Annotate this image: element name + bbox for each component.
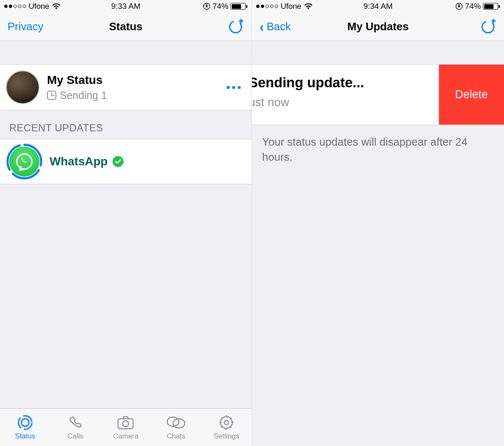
recent-updates-header: RECENT UPDATES <box>0 110 252 139</box>
tab-label: Camera <box>113 432 138 441</box>
my-status-row[interactable]: My Status Sending 1 <box>0 64 252 110</box>
wifi-icon <box>304 3 313 10</box>
battery-icon <box>231 3 247 10</box>
tab-label: Chats <box>167 432 185 441</box>
wifi-icon <box>52 3 61 10</box>
carrier-label: Ufone <box>281 2 301 11</box>
tab-label: Status <box>15 432 35 441</box>
back-label: Back <box>267 20 291 33</box>
my-status-text: My Status Sending 1 <box>47 73 223 102</box>
status-bar-right: 74% <box>203 2 247 11</box>
my-status-avatar <box>6 70 39 104</box>
status-tab-icon <box>17 414 34 431</box>
page-title: My Updates <box>347 20 409 33</box>
my-status-title: My Status <box>47 73 223 87</box>
rotation-lock-icon <box>455 3 463 10</box>
svg-point-4 <box>18 416 32 429</box>
whatsapp-label: WhatsApp <box>50 155 108 168</box>
update-row-content: Sending update... ust now <box>252 65 439 125</box>
nav-bar: Privacy Status <box>0 13 252 41</box>
svg-rect-1 <box>206 5 207 8</box>
spacer <box>0 41 252 64</box>
new-status-button[interactable] <box>480 18 496 35</box>
svg-point-11 <box>224 420 228 425</box>
calls-tab-icon <box>67 414 84 431</box>
whatsapp-name: WhatsApp <box>50 155 124 168</box>
verified-badge-icon <box>112 155 124 168</box>
update-row[interactable]: Sending update... ust now Delete <box>252 64 504 125</box>
spacer <box>252 41 504 64</box>
status-bar-left: Ufone <box>256 2 313 11</box>
delete-button[interactable]: Delete <box>439 65 504 125</box>
update-title: Sending update... <box>252 75 439 91</box>
ios-status-bar: Ufone 9:34 AM 74% <box>252 0 504 13</box>
status-bar-right: 74% <box>455 2 500 11</box>
whatsapp-logo-icon <box>9 146 39 177</box>
tab-calls[interactable]: Calls <box>50 409 101 446</box>
signal-dots-icon <box>4 5 26 8</box>
page-title: Status <box>109 20 142 33</box>
new-status-button[interactable] <box>227 18 244 35</box>
refresh-plus-icon <box>480 18 496 35</box>
clock-label: 9:34 AM <box>363 2 393 11</box>
rotation-lock-icon <box>203 3 210 10</box>
update-subtitle: ust now <box>252 96 439 109</box>
clock-label: 9:33 AM <box>111 2 141 11</box>
whatsapp-status-row[interactable]: WhatsApp <box>0 139 252 184</box>
svg-rect-6 <box>118 419 133 429</box>
content: Sending update... ust now Delete Your st… <box>252 41 504 446</box>
tab-chats[interactable]: Chats <box>151 409 201 446</box>
privacy-button[interactable]: Privacy <box>8 20 43 33</box>
tab-bar: Status Calls Camera Chats <box>0 408 252 446</box>
empty-area <box>0 184 252 408</box>
privacy-label: Privacy <box>8 20 43 33</box>
clock-icon <box>47 91 56 100</box>
content: My Status Sending 1 RECENT UPDATES <box>0 41 252 408</box>
settings-tab-icon <box>218 414 235 431</box>
refresh-plus-icon <box>227 18 244 35</box>
back-button[interactable]: ‹ Back <box>260 20 291 34</box>
tab-status[interactable]: Status <box>0 409 50 446</box>
battery-icon <box>483 3 500 10</box>
tab-label: Settings <box>213 432 239 441</box>
my-status-subtitle: Sending 1 <box>47 89 223 102</box>
status-ring <box>6 143 43 180</box>
sending-label: Sending 1 <box>60 89 107 102</box>
svg-point-5 <box>21 419 29 426</box>
carrier-label: Ufone <box>29 2 49 11</box>
camera-tab-icon <box>116 414 135 431</box>
tab-settings[interactable]: Settings <box>201 409 252 446</box>
signal-dots-icon <box>256 5 278 8</box>
delete-label: Delete <box>455 88 488 101</box>
tab-camera[interactable]: Camera <box>101 409 151 446</box>
disappear-note: Your status updates will disappear after… <box>252 125 504 174</box>
chevron-left-icon: ‹ <box>260 20 264 34</box>
status-bar-left: Ufone <box>4 2 61 11</box>
my-updates-screen: Ufone 9:34 AM 74% ‹ Back My Updates <box>252 0 504 446</box>
svg-point-7 <box>123 421 129 427</box>
svg-rect-13 <box>458 5 460 8</box>
more-button[interactable] <box>223 82 245 93</box>
nav-bar: ‹ Back My Updates <box>252 13 504 41</box>
ios-status-bar: Ufone 9:33 AM 74% <box>0 0 252 13</box>
chats-tab-icon <box>166 414 186 431</box>
status-screen: Ufone 9:33 AM 74% Privacy Status <box>0 0 252 446</box>
battery-percent-label: 74% <box>213 2 228 11</box>
empty-area <box>252 174 504 446</box>
battery-percent-label: 74% <box>465 2 481 11</box>
tab-label: Calls <box>68 432 84 441</box>
